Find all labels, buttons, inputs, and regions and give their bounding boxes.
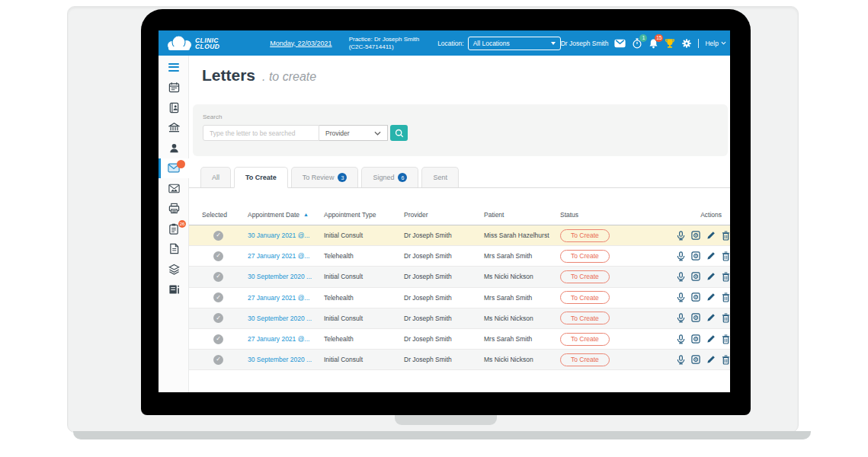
header-selected: Selected bbox=[202, 211, 227, 219]
sidebar-item-mail-media[interactable] bbox=[159, 178, 189, 199]
delete-trash-icon[interactable] bbox=[722, 313, 730, 323]
row-select-check[interactable]: ✓ bbox=[213, 272, 223, 282]
timer-badge: 1 bbox=[639, 34, 647, 42]
appointment-date-link[interactable]: 30 September 2020 ... bbox=[248, 273, 324, 280]
provider-name: Dr Joseph Smith bbox=[404, 356, 484, 363]
brand-logo[interactable]: CLINIC CLOUD bbox=[165, 35, 219, 51]
table-row[interactable]: ✓ 27 January 2021 @... Telehealth Dr Jos… bbox=[189, 246, 730, 267]
appointment-date-link[interactable]: 30 September 2020 ... bbox=[248, 356, 324, 363]
divider bbox=[698, 39, 699, 48]
sidebar-item-documents[interactable] bbox=[159, 239, 189, 260]
table-row[interactable]: ✓ 30 September 2020 ... Initial Consult … bbox=[189, 267, 730, 287]
status-badge: To Create bbox=[560, 353, 610, 366]
table-row[interactable]: ✓ 30 September 2020 ... Initial Consult … bbox=[189, 350, 730, 370]
trophy-icon[interactable] bbox=[665, 38, 675, 49]
appointment-date-link[interactable]: 30 January 2021 @... bbox=[248, 232, 324, 239]
delete-trash-icon[interactable] bbox=[722, 272, 730, 282]
row-select-check[interactable]: ✓ bbox=[213, 251, 223, 261]
edit-pencil-icon[interactable] bbox=[706, 313, 716, 323]
recording-icon[interactable] bbox=[691, 272, 700, 282]
appointment-type: Initial Consult bbox=[324, 315, 404, 322]
app-screen: CLINIC CLOUD Monday, 22/03/2021 Practice… bbox=[159, 30, 730, 392]
help-menu[interactable]: Help bbox=[705, 40, 725, 47]
delete-trash-icon[interactable] bbox=[722, 231, 730, 241]
delete-trash-icon[interactable] bbox=[722, 355, 730, 365]
row-select-check[interactable]: ✓ bbox=[213, 334, 223, 344]
dictate-microphone-icon[interactable] bbox=[677, 334, 685, 344]
tab-to-create[interactable]: To Create bbox=[234, 167, 288, 188]
recording-icon[interactable] bbox=[691, 355, 700, 365]
table-row[interactable]: ✓ 30 September 2020 ... Initial Consult … bbox=[189, 308, 730, 329]
table-row[interactable]: ✓ 27 January 2021 @... Telehealth Dr Jos… bbox=[189, 329, 730, 350]
tab-sent[interactable]: Sent bbox=[421, 167, 459, 187]
dictate-microphone-icon[interactable] bbox=[677, 313, 685, 323]
row-select-check[interactable]: ✓ bbox=[213, 313, 223, 323]
inbox-icon[interactable] bbox=[614, 39, 626, 48]
table-row[interactable]: ✓ 27 January 2021 @... Telehealth Dr Jos… bbox=[189, 288, 730, 308]
provider-name: Dr Joseph Smith bbox=[404, 232, 484, 239]
dictate-microphone-icon[interactable] bbox=[677, 231, 685, 241]
tab-all[interactable]: All bbox=[200, 167, 231, 187]
dictate-microphone-icon[interactable] bbox=[677, 355, 685, 365]
sidebar-item-billing[interactable] bbox=[159, 118, 189, 139]
recording-icon[interactable] bbox=[691, 292, 700, 302]
provider-name: Dr Joseph Smith bbox=[404, 335, 484, 343]
search-panel: Search Provider bbox=[193, 104, 728, 156]
edit-pencil-icon[interactable] bbox=[706, 334, 716, 344]
table-row[interactable]: ✓ 30 January 2021 @... Initial Consult D… bbox=[189, 225, 730, 246]
tab-signed[interactable]: Signed 6 bbox=[361, 167, 418, 187]
dictate-microphone-icon[interactable] bbox=[677, 272, 685, 282]
sidebar-item-reports[interactable] bbox=[159, 280, 189, 300]
current-date-link[interactable]: Monday, 22/03/2021 bbox=[270, 40, 332, 47]
sidebar-item-patients[interactable] bbox=[159, 138, 189, 158]
location-select[interactable]: All Locations bbox=[468, 37, 561, 50]
sidebar-item-templates[interactable] bbox=[159, 259, 189, 280]
edit-pencil-icon[interactable] bbox=[706, 231, 716, 241]
patient-name: Ms Nicki Nickson bbox=[484, 356, 560, 363]
recording-icon[interactable] bbox=[691, 313, 700, 323]
status-badge: To Create bbox=[560, 312, 610, 324]
sidebar-item-print[interactable] bbox=[159, 199, 189, 219]
delete-trash-icon[interactable] bbox=[722, 334, 730, 344]
row-select-check[interactable]: ✓ bbox=[213, 231, 223, 241]
search-input[interactable] bbox=[203, 125, 319, 141]
timer-icon[interactable]: 1 bbox=[632, 38, 642, 49]
printer-icon bbox=[168, 203, 180, 214]
appointment-date-link[interactable]: 27 January 2021 @... bbox=[248, 294, 324, 302]
sidebar-item-tasks[interactable]: 26 bbox=[159, 219, 189, 239]
dictate-microphone-icon[interactable] bbox=[677, 251, 685, 261]
status-badge: To Create bbox=[560, 291, 610, 304]
dictate-microphone-icon[interactable] bbox=[677, 292, 685, 302]
header-appointment-date[interactable]: Appointment Date bbox=[248, 211, 299, 219]
sidebar-menu-toggle[interactable] bbox=[159, 57, 189, 78]
report-info-icon bbox=[168, 284, 180, 295]
sort-asc-icon[interactable]: ▲ bbox=[303, 212, 309, 217]
recording-icon[interactable] bbox=[691, 334, 700, 344]
sidebar-item-calendar[interactable] bbox=[159, 78, 189, 98]
sidebar-item-letters[interactable] bbox=[159, 158, 189, 179]
brand-text: CLINIC CLOUD bbox=[195, 37, 219, 50]
delete-trash-icon[interactable] bbox=[722, 292, 730, 302]
status-badge: To Create bbox=[560, 270, 610, 283]
search-filter-select[interactable]: Provider bbox=[319, 125, 388, 141]
appointment-date-link[interactable]: 27 January 2021 @... bbox=[248, 252, 324, 260]
edit-pencil-icon[interactable] bbox=[706, 251, 716, 261]
appointment-date-link[interactable]: 30 September 2020 ... bbox=[248, 315, 324, 322]
header-appointment-type: Appointment Type bbox=[324, 211, 376, 219]
edit-pencil-icon[interactable] bbox=[706, 355, 716, 365]
row-select-check[interactable]: ✓ bbox=[213, 355, 223, 365]
recording-icon[interactable] bbox=[691, 231, 700, 241]
patient-name: Ms Nicki Nickson bbox=[484, 273, 560, 280]
search-button[interactable] bbox=[390, 125, 408, 141]
edit-pencil-icon[interactable] bbox=[706, 272, 716, 282]
edit-pencil-icon[interactable] bbox=[706, 292, 716, 302]
notifications-badge: 15 bbox=[655, 34, 663, 42]
sidebar-item-contacts[interactable] bbox=[159, 97, 189, 118]
tab-to-review[interactable]: To Review 3 bbox=[291, 167, 359, 187]
delete-trash-icon[interactable] bbox=[722, 251, 730, 261]
row-select-check[interactable]: ✓ bbox=[213, 292, 223, 302]
appointment-date-link[interactable]: 27 January 2021 @... bbox=[248, 335, 324, 343]
recording-icon[interactable] bbox=[691, 251, 700, 261]
notifications-bell-icon[interactable]: 15 bbox=[649, 38, 658, 49]
settings-gear-icon[interactable] bbox=[681, 38, 692, 49]
